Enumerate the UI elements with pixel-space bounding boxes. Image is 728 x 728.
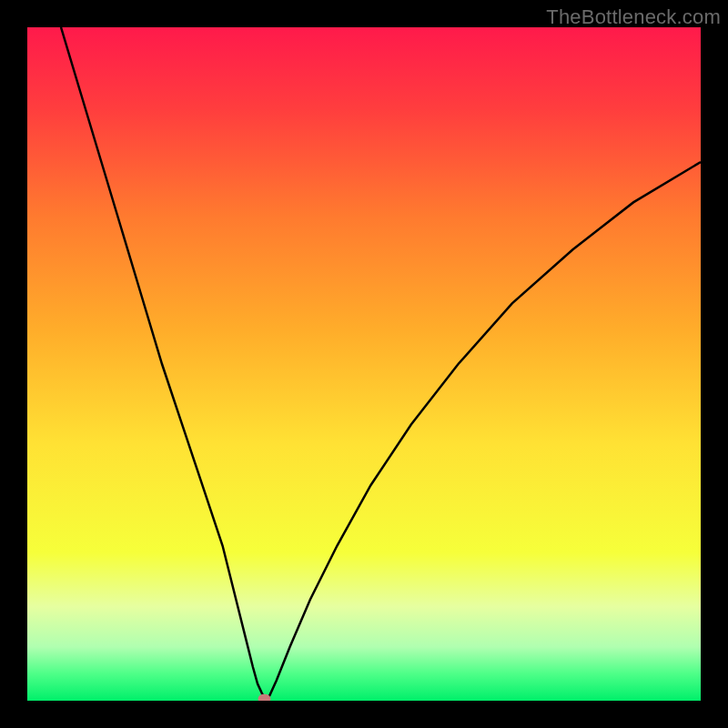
- chart-svg: [27, 27, 701, 701]
- chart-container: TheBottleneck.com: [0, 0, 728, 728]
- watermark-text: TheBottleneck.com: [546, 5, 721, 29]
- gradient-background: [27, 27, 701, 701]
- plot-area: [27, 27, 701, 701]
